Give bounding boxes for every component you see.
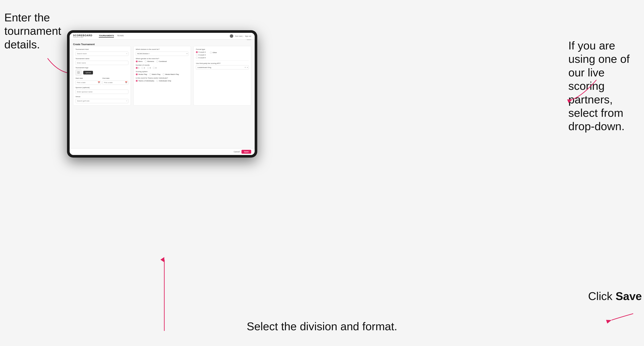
format-other-radio[interactable]: [210, 52, 212, 53]
scoring-radio-group: Stroke Play Match Play Medal Match Play: [136, 73, 189, 75]
end-calendar-icon: 📅: [125, 81, 127, 84]
rounds-label: Number of rounds: [136, 64, 189, 66]
app-logo-sub: Powered by clippi: [73, 37, 92, 38]
cancel-button[interactable]: Cancel: [234, 151, 240, 153]
gender-mens[interactable]: Mens: [136, 60, 143, 62]
middle-column: Which division is the event for? NCAA Di…: [134, 46, 191, 106]
gender-combined[interactable]: Combined: [156, 60, 167, 62]
individuals-only[interactable]: Individuals Only: [156, 80, 171, 82]
format-type-list: 5 count 4 6 count 4 6 count 5: [196, 51, 206, 59]
sign-out-link[interactable]: Sign out: [245, 35, 251, 37]
rounds-group: Number of rounds 1 2: [136, 64, 189, 69]
sponsor-input[interactable]: [76, 90, 128, 94]
format-6count4[interactable]: 6 count 4: [196, 54, 206, 56]
scoring-stroke-radio[interactable]: [136, 73, 138, 75]
rounds-1[interactable]: 1: [136, 67, 139, 69]
annotation-top-right: If you are using one of our live scoring…: [568, 39, 642, 133]
division-group: Which division is the event for? NCAA Di…: [136, 48, 189, 56]
end-date-label: End date: [102, 77, 128, 79]
format-5count4-radio[interactable]: [196, 51, 198, 53]
rounds-3-radio[interactable]: [147, 67, 149, 69]
start-date-input[interactable]: [76, 81, 101, 85]
arrow-bottom-center: [130, 238, 194, 346]
host-group: Tournament Host ▾: [76, 48, 128, 56]
left-column: Tournament Host ▾ Tournament name Tourna…: [73, 46, 131, 106]
scoring-group: Scoring system Stroke Play Match Play: [136, 71, 189, 75]
search-icon: ▾: [126, 52, 127, 54]
start-date-group: Start date 📅: [76, 77, 101, 85]
gender-label: Which gender is the event for?: [136, 58, 189, 60]
teams-radio[interactable]: [136, 80, 138, 82]
gender-mens-radio[interactable]: [136, 60, 138, 62]
sponsor-group: Sponsor (optional): [76, 87, 128, 94]
end-date-group: End date 📅: [102, 77, 128, 85]
start-calendar-icon: 📅: [98, 81, 100, 84]
right-column: Format type 5 count 4 6 count 4: [194, 46, 251, 106]
app-content: Create Tournament ‹ Back Tournament Host…: [70, 39, 255, 148]
format-6count4-radio[interactable]: [196, 54, 198, 56]
division-select-wrap: NCAA Division I ▾: [136, 51, 189, 56]
logo-preview: 🖼: [76, 69, 82, 76]
upload-button[interactable]: Upload: [83, 71, 93, 74]
logo-label: Tournament logo: [76, 67, 128, 69]
app-footer: Cancel Save: [70, 148, 255, 155]
tablet: SCOREBOARD Powered by clippi TOURNAMENTS…: [67, 30, 257, 158]
back-link[interactable]: ‹ Back: [246, 39, 251, 40]
venue-group: Venue ▾: [76, 96, 128, 103]
rounds-4-radio[interactable]: [153, 67, 155, 69]
save-button[interactable]: Save: [242, 150, 251, 154]
live-scoring-input[interactable]: Leaderboard King ✕ ▾: [196, 65, 249, 69]
teams-plus-individuals[interactable]: Teams (+Individuals): [136, 80, 154, 82]
format-type-label: Format type: [196, 48, 249, 50]
logo-area: SCOREBOARD Powered by clippi: [73, 34, 92, 38]
format-other[interactable]: Other: [210, 52, 217, 53]
logo-upload-area: 🖼 Upload: [76, 69, 128, 76]
host-input[interactable]: [76, 52, 128, 56]
individuals-radio[interactable]: [156, 80, 158, 82]
scoring-match-radio[interactable]: [150, 73, 151, 75]
divider: [196, 60, 249, 61]
nav-tabs: TOURNAMENTS TEAMS: [99, 34, 124, 37]
scoring-match[interactable]: Match Play: [150, 73, 160, 75]
annotation-bottom-center: Select the division and format.: [247, 320, 397, 333]
rounds-2-radio[interactable]: [142, 67, 143, 69]
format-6count5-radio[interactable]: [196, 57, 198, 59]
venue-search-icon: ▾: [126, 100, 127, 102]
rounds-1-radio[interactable]: [136, 67, 138, 69]
gender-group: Which gender is the event for? Mens Wome…: [136, 58, 189, 62]
venue-input[interactable]: [76, 99, 128, 103]
host-input-wrap: ▾: [76, 51, 128, 56]
nav-tab-tournaments[interactable]: TOURNAMENTS: [99, 34, 114, 37]
page-title: Create Tournament: [73, 43, 95, 45]
annotation-top-left: Enter the tournament details.: [4, 11, 65, 51]
scoring-medal-match[interactable]: Medal Match Play: [162, 73, 179, 75]
rounds-2[interactable]: 2: [142, 67, 145, 69]
end-date-wrap: 📅: [102, 80, 128, 85]
user-avatar: [230, 34, 233, 38]
name-input[interactable]: [76, 61, 128, 65]
date-group: Start date 📅 End date 📅: [76, 77, 128, 85]
form-layout: Tournament Host ▾ Tournament name Tourna…: [73, 46, 251, 106]
division-select[interactable]: NCAA Division I: [136, 52, 189, 56]
division-label: Which division is the event for?: [136, 48, 189, 50]
live-scoring-arrow-icon[interactable]: ▾: [247, 66, 248, 68]
live-scoring-clear-icon[interactable]: ✕: [244, 66, 246, 68]
name-label: Tournament name: [76, 58, 128, 60]
host-label: Tournament Host: [76, 48, 128, 50]
gender-womens-radio[interactable]: [144, 60, 146, 62]
gender-radio-group: Mens Womens Combined: [136, 60, 189, 62]
logo-group: Tournament logo 🖼 Upload: [76, 67, 128, 76]
nav-tab-teams[interactable]: TEAMS: [117, 34, 124, 37]
scoring-medal-match-radio[interactable]: [162, 73, 164, 75]
gender-womens[interactable]: Womens: [144, 60, 154, 62]
rounds-4[interactable]: 4: [153, 67, 156, 69]
start-date-label: Start date: [76, 77, 101, 79]
sponsor-label: Sponsor (optional): [76, 87, 128, 88]
end-date-input[interactable]: [102, 81, 128, 85]
scoring-stroke[interactable]: Stroke Play: [136, 73, 147, 75]
format-6count5[interactable]: 6 count 5: [196, 57, 206, 59]
header-right: Test User | Sign out: [230, 34, 251, 38]
gender-combined-radio[interactable]: [156, 60, 158, 62]
format-5count4[interactable]: 5 count 4: [196, 51, 206, 53]
rounds-3[interactable]: 3: [147, 67, 151, 69]
